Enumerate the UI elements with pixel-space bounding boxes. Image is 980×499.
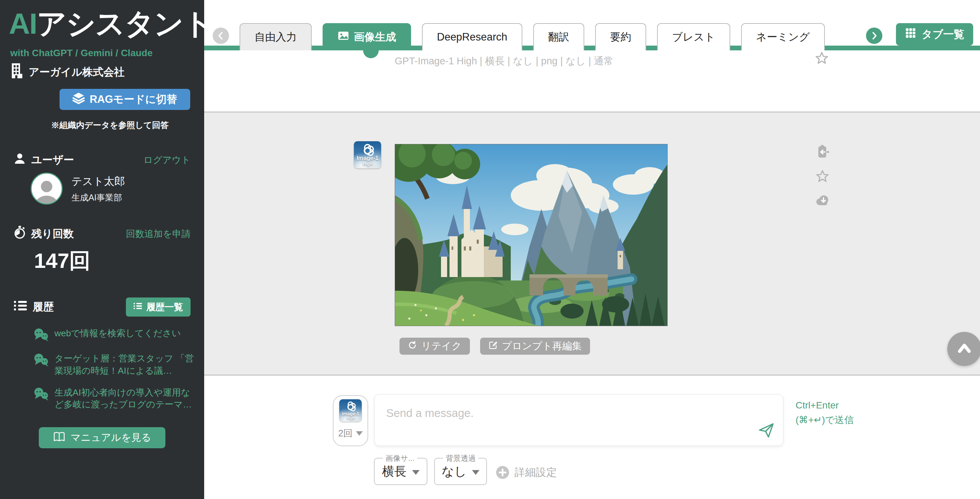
image-size-label: 画像サ... bbox=[383, 453, 417, 464]
user-name: テスト太郎 bbox=[72, 174, 125, 188]
rag-note: ※組織内データを参照して回答 bbox=[51, 120, 194, 131]
chat-bubbles-icon bbox=[33, 352, 49, 368]
tabs-scroll-right-button[interactable] bbox=[866, 27, 882, 44]
tab-naming[interactable]: ネーミング bbox=[741, 23, 825, 50]
list-icon bbox=[14, 300, 27, 314]
history-item[interactable]: 生成AI初心者向けの導入や運用など多岐に渡ったブログのテーマ… bbox=[33, 387, 198, 411]
chevron-right-icon bbox=[869, 31, 879, 40]
history-item[interactable]: ターゲット層：営業スタッフ 「営業現場の時短！AIによる議… bbox=[33, 352, 198, 377]
tab-free-input[interactable]: 自由入力 bbox=[240, 23, 312, 50]
chat-bubbles-icon bbox=[33, 387, 49, 402]
scroll-to-top-button[interactable] bbox=[947, 332, 980, 366]
manual-button-label: マニュアルを見る bbox=[71, 431, 151, 445]
list-icon bbox=[134, 302, 142, 312]
image-size-value: 横長 bbox=[382, 463, 407, 480]
openai-logo-icon bbox=[360, 143, 375, 158]
quota-add-link[interactable]: 回数追加を申請 bbox=[126, 228, 191, 240]
peek-avatar bbox=[363, 50, 379, 58]
hint-line2: (⌘+↵)で送信 bbox=[795, 413, 854, 427]
tab-label: 画像生成 bbox=[354, 30, 396, 44]
retake-button-label: リテイク bbox=[421, 340, 462, 353]
history-item-title: ターゲット層：営業スタッフ 「営業現場の時短！AIによる議… bbox=[54, 352, 198, 377]
history-section-header: 履歴 履歴一覧 bbox=[14, 298, 191, 317]
tab-label: 翻訳 bbox=[548, 30, 569, 44]
tab-label: 要約 bbox=[610, 30, 631, 44]
retake-button[interactable]: リテイク bbox=[399, 338, 470, 355]
advanced-settings-button[interactable]: 詳細設定 bbox=[495, 465, 557, 480]
send-shortcut-hint: Ctrl+Enter (⌘+↵)で送信 bbox=[795, 398, 854, 427]
tab-label: ブレスト bbox=[672, 30, 715, 44]
tabs-scroll-left-button[interactable] bbox=[213, 27, 229, 44]
rag-button-label: RAGモードに切替 bbox=[89, 92, 177, 107]
user-icon bbox=[14, 153, 26, 167]
plus-circle-icon bbox=[495, 465, 510, 480]
image-icon bbox=[337, 30, 349, 44]
manual-button[interactable]: マニュアルを見る bbox=[39, 427, 165, 448]
refresh-icon bbox=[408, 340, 417, 352]
app-root: AIアシスタント with ChatGPT / Gemini / Claude … bbox=[0, 0, 980, 499]
background-transparency-value: なし bbox=[442, 463, 467, 480]
tab-summary[interactable]: 要約 bbox=[595, 23, 646, 50]
background-transparency-select[interactable]: 背景透過 なし bbox=[434, 458, 487, 485]
history-list-button-label: 履歴一覧 bbox=[146, 301, 183, 313]
tab-translate[interactable]: 翻訳 bbox=[533, 23, 584, 50]
generation-settings-line: GPT-Image-1 High | 横長 | なし | png | なし | … bbox=[395, 54, 614, 68]
building-icon bbox=[10, 63, 23, 81]
main-content: 自由入力 画像生成 DeepResearch 翻訳 要約 ブレスト ネーミング bbox=[204, 0, 980, 499]
tab-list-button-label: タブ一覧 bbox=[922, 27, 964, 41]
history-list-button[interactable]: 履歴一覧 bbox=[126, 298, 191, 317]
tab-label: 自由入力 bbox=[255, 30, 297, 44]
model-selector[interactable]: Image-1 High 2回 bbox=[333, 395, 368, 446]
avatar bbox=[30, 172, 63, 204]
tab-list-button[interactable]: タブ一覧 bbox=[896, 23, 973, 46]
download-icon[interactable] bbox=[815, 193, 830, 208]
history-item-title: webで情報を検索してください bbox=[54, 327, 181, 340]
generated-image[interactable] bbox=[395, 144, 668, 326]
favorite-star-icon[interactable] bbox=[815, 169, 830, 185]
reedit-prompt-button-label: プロンプト再編集 bbox=[502, 340, 582, 353]
tab-label: DeepResearch bbox=[437, 31, 508, 43]
chat-bubbles-icon bbox=[33, 327, 49, 343]
company-label: アーガイル株式会社 bbox=[29, 65, 124, 79]
model-cost-count: 2回 bbox=[338, 427, 353, 440]
company-name: アーガイル株式会社 bbox=[10, 63, 124, 81]
tab-image-generation[interactable]: 画像生成 bbox=[323, 23, 411, 50]
caret-down-icon bbox=[412, 470, 420, 475]
user-section-header: ユーザー ログアウト bbox=[14, 153, 191, 167]
chat-area: Image-1 High bbox=[204, 112, 980, 375]
quota-section-label: 残り回数 bbox=[31, 227, 74, 241]
app-logo: AIアシスタント bbox=[9, 9, 212, 38]
background-transparency-label: 背景透過 bbox=[443, 453, 479, 464]
model-badge-quality: High bbox=[363, 162, 372, 166]
openai-logo-icon bbox=[344, 401, 356, 413]
hint-line1: Ctrl+Enter bbox=[795, 398, 854, 413]
rag-mode-button[interactable]: RAGモードに切替 bbox=[60, 89, 190, 110]
message-input-container bbox=[374, 394, 783, 446]
history-section-label: 履歴 bbox=[33, 300, 54, 314]
send-button[interactable] bbox=[758, 422, 775, 439]
reedit-prompt-button[interactable]: プロンプト再編集 bbox=[480, 338, 590, 355]
user-profile: テスト太郎 生成AI事業部 bbox=[30, 172, 125, 204]
image-actions: リテイク プロンプト再編集 bbox=[399, 338, 590, 355]
copy-to-input-icon[interactable] bbox=[815, 144, 830, 161]
model-badge: Image-1 High bbox=[354, 141, 381, 169]
tab-strip: 自由入力 画像生成 DeepResearch 翻訳 要約 ブレスト ネーミング bbox=[240, 23, 825, 50]
history-item[interactable]: webで情報を検索してください bbox=[33, 327, 198, 343]
logout-link[interactable]: ログアウト bbox=[143, 154, 191, 166]
favorite-star-icon[interactable] bbox=[815, 51, 829, 67]
model-badge-quality: High bbox=[347, 417, 354, 420]
tab-bar: 自由入力 画像生成 DeepResearch 翻訳 要約 ブレスト ネーミング bbox=[204, 0, 980, 50]
model-badge: Image-1 High bbox=[339, 399, 362, 422]
tab-brainstorm[interactable]: ブレスト bbox=[657, 23, 730, 50]
user-department: 生成AI事業部 bbox=[72, 192, 125, 203]
tab-deepresearch[interactable]: DeepResearch bbox=[422, 23, 522, 50]
paper-plane-icon bbox=[758, 422, 775, 439]
grid-icon bbox=[905, 27, 916, 41]
history-item-title: 生成AI初心者向けの導入や運用など多岐に渡ったブログのテーマ… bbox=[54, 387, 198, 411]
edit-icon bbox=[488, 340, 498, 352]
message-input[interactable] bbox=[375, 394, 783, 446]
advanced-settings-label: 詳細設定 bbox=[514, 465, 557, 480]
message-tools bbox=[815, 144, 830, 208]
image-size-select[interactable]: 画像サ... 横長 bbox=[374, 458, 427, 485]
stopwatch-icon bbox=[14, 226, 26, 242]
